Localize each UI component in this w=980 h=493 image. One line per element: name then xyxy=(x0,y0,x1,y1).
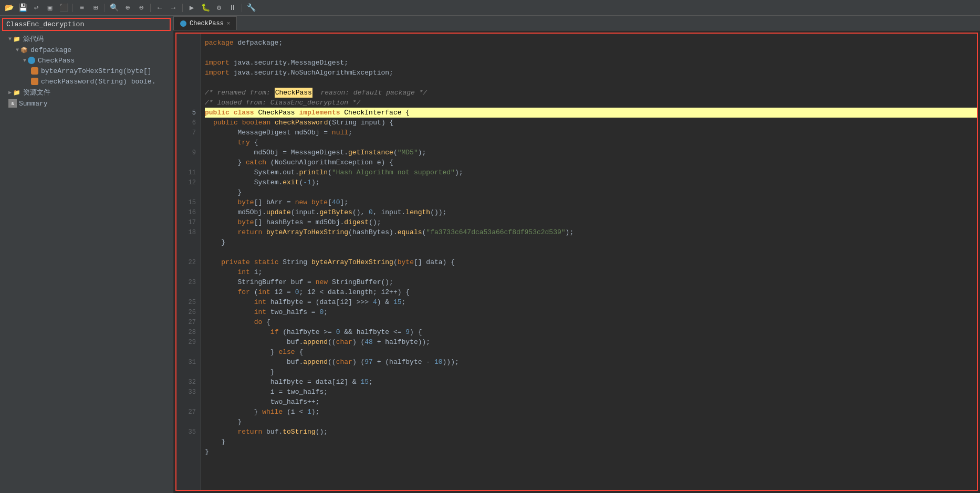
arrow-icon: ▼ xyxy=(8,36,12,42)
line-num xyxy=(176,247,200,257)
project-name[interactable]: ClassEnc_decryption xyxy=(2,18,171,31)
sidebar-item-method2[interactable]: checkPassword(String) boole. xyxy=(0,76,173,87)
method-icon xyxy=(30,67,39,75)
line-num xyxy=(176,58,200,68)
undo-icon[interactable]: ↩ xyxy=(30,2,42,14)
debug-icon[interactable]: 🐛 xyxy=(200,2,211,14)
code-lines: package defpackage; import java.security… xyxy=(201,34,977,490)
line-num: 6 xyxy=(176,118,200,128)
line-num: 22 xyxy=(176,257,200,267)
zoom-in-icon[interactable]: ⊕ xyxy=(122,2,133,14)
build-icon[interactable]: ≡ xyxy=(76,2,88,14)
sidebar-item-resources[interactable]: ▶ 📁 资源文件 xyxy=(0,87,173,98)
sidebar-item-defpackage[interactable]: ▼ 📦 defpackage xyxy=(0,45,173,55)
sidebar-item-label: CheckPass xyxy=(38,57,75,65)
code-line: try { xyxy=(205,138,977,148)
line-num xyxy=(176,98,200,108)
code-line: private static String byteArrayToHexStri… xyxy=(205,257,977,267)
forward-icon[interactable]: → xyxy=(168,2,179,14)
save-icon[interactable]: 💾 xyxy=(17,2,28,14)
line-numbers: 5 6 7 9 11 12 15 16 17 18 22 xyxy=(176,34,201,490)
code-line: int two_halfs = 0; xyxy=(205,307,977,317)
pause-icon[interactable]: ⏸ xyxy=(227,2,238,14)
separator1 xyxy=(72,4,73,12)
folder-icon: 📁 xyxy=(13,35,21,43)
separator4 xyxy=(182,4,183,12)
save2-icon[interactable]: ▣ xyxy=(44,2,56,14)
sidebar-item-label: checkPassword(String) boole. xyxy=(41,78,155,86)
tab-label: CheckPass xyxy=(190,20,224,27)
sidebar: ClassEnc_decryption ▼ 📁 源代码 ▼ 📦 defpacka… xyxy=(0,16,173,493)
line-num xyxy=(176,187,200,197)
code-line: byte[] hashBytes = md5Obj.digest(); xyxy=(205,217,977,227)
main-layout: ClassEnc_decryption ▼ 📁 源代码 ▼ 📦 defpacka… xyxy=(0,16,980,493)
code-editor[interactable]: 5 6 7 9 11 12 15 16 17 18 22 xyxy=(175,33,978,491)
code-line: halfbyte = data[i2] & 15; xyxy=(205,377,977,387)
line-num xyxy=(176,78,200,88)
line-num xyxy=(176,48,200,58)
arrow-icon: ▶ xyxy=(8,89,12,96)
code-line: StringBuffer buf = new StringBuffer(); xyxy=(205,277,977,287)
code-line: buf.append((char) (48 + halfbyte)); xyxy=(205,337,977,347)
code-line: public boolean checkPassword(String inpu… xyxy=(205,118,977,128)
line-num: 7 xyxy=(176,128,200,138)
sidebar-item-summary[interactable]: S Summary xyxy=(0,98,173,109)
arrow-icon: ▼ xyxy=(23,58,26,64)
separator3 xyxy=(150,4,151,12)
line-num xyxy=(176,437,200,447)
line-num xyxy=(176,447,200,457)
sidebar-item-source-root[interactable]: ▼ 📁 源代码 xyxy=(0,33,173,45)
highlight-checkpass: CheckPass xyxy=(275,88,312,98)
code-line: int i; xyxy=(205,267,977,277)
code-line xyxy=(205,78,977,88)
line-num: 12 xyxy=(176,177,200,187)
line-num xyxy=(176,287,200,297)
tab-class-icon xyxy=(180,20,186,27)
back-icon[interactable]: ← xyxy=(154,2,165,14)
separator2 xyxy=(105,4,105,12)
code-line: /* loaded from: ClassEnc_decryption */ xyxy=(205,98,977,108)
line-num xyxy=(176,138,200,148)
code-line: byte[] bArr = new byte[40]; xyxy=(205,197,977,207)
code-line: do { xyxy=(205,317,977,327)
zoom-out-icon[interactable]: ⊖ xyxy=(135,2,147,14)
code-line: System.exit(-1); xyxy=(205,177,977,187)
sidebar-item-label: 源代码 xyxy=(23,34,44,44)
code-line: } xyxy=(205,237,977,247)
line-num: 28 xyxy=(176,327,200,337)
code-line: MessageDigest md5Obj = null; xyxy=(205,128,977,138)
code-line-5: public class CheckPass implements CheckI… xyxy=(205,108,977,118)
tab-checkpass[interactable]: CheckPass × xyxy=(173,16,237,30)
line-num: 5 xyxy=(176,108,200,118)
line-num xyxy=(176,267,200,277)
line-num: 9 xyxy=(176,148,200,158)
sidebar-item-method1[interactable]: byteArrayToHexString(byte[] xyxy=(0,66,173,76)
wrench-icon[interactable]: 🔧 xyxy=(245,2,257,14)
code-line: if (halfbyte >= 0 && halfbyte <= 9) { xyxy=(205,327,977,337)
tab-close-button[interactable]: × xyxy=(227,20,231,27)
code-line: i = two_halfs; xyxy=(205,387,977,397)
folder-icon: 📁 xyxy=(13,88,21,97)
line-num xyxy=(176,397,200,407)
settings-icon[interactable]: ⚙ xyxy=(213,2,225,14)
sidebar-item-label: Summary xyxy=(19,100,48,108)
code-line: import java.security.NoSuchAlgorithmExce… xyxy=(205,68,977,78)
run-icon[interactable]: ▶ xyxy=(186,2,197,14)
class-icon xyxy=(27,56,36,65)
export-icon[interactable]: ⬛ xyxy=(58,2,69,14)
code-line: } xyxy=(205,367,977,377)
code-line xyxy=(205,247,977,257)
code-content: 5 6 7 9 11 12 15 16 17 18 22 xyxy=(176,34,977,490)
line-num xyxy=(176,237,200,247)
separator5 xyxy=(242,4,242,12)
sidebar-item-checkpass[interactable]: ▼ CheckPass xyxy=(0,55,173,66)
search-icon[interactable]: 🔍 xyxy=(108,2,120,14)
code-line: System.out.println("Hash Algorithm not s… xyxy=(205,167,977,177)
open-icon[interactable]: 📂 xyxy=(3,2,15,14)
code-line: import java.security.MessageDigest; xyxy=(205,58,977,68)
code-line: return buf.toString(); xyxy=(205,427,977,437)
editor-area: CheckPass × 5 6 7 9 xyxy=(173,16,980,493)
line-num xyxy=(176,367,200,377)
grid-icon[interactable]: ⊞ xyxy=(90,2,101,14)
arrow-icon: ▼ xyxy=(16,47,19,53)
